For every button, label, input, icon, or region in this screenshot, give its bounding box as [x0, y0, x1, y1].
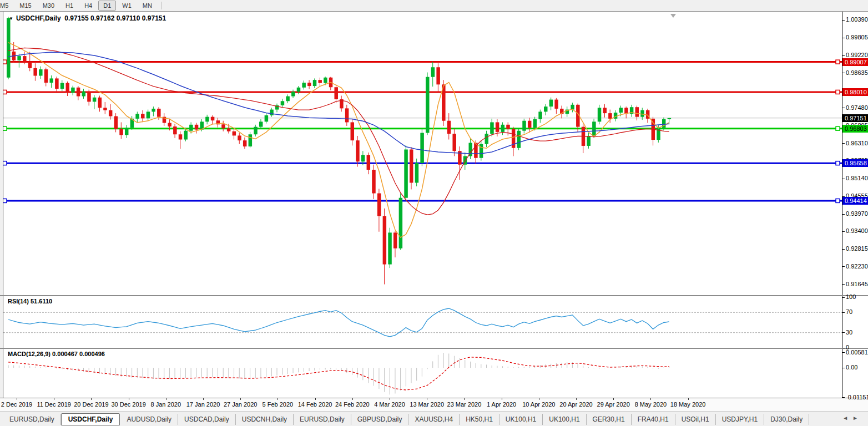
date-label: 5 Feb 2020 — [263, 401, 294, 408]
tab-xauusd-h4[interactable]: XAUUSD,H4 — [408, 414, 460, 425]
macd-chart[interactable] — [3, 349, 842, 398]
candle-body — [501, 125, 505, 132]
level-price-label: 0.99007 — [842, 58, 868, 66]
candle-body — [189, 125, 193, 131]
candle-body — [119, 129, 123, 135]
tab-scroll-arrows[interactable]: ◄► — [842, 415, 862, 421]
timeframe-button-D1[interactable]: D1 — [98, 1, 116, 11]
date-tick — [352, 398, 353, 400]
date-axis[interactable]: 2 Dec 201911 Dec 201920 Dec 201930 Dec 2… — [0, 398, 868, 412]
candle-body — [147, 111, 150, 118]
ma-mid-line — [8, 48, 669, 215]
rsi-panel[interactable]: RSI(14) 51.6110 — [3, 296, 842, 348]
axis-tick — [842, 249, 845, 250]
date-tick — [91, 398, 92, 400]
candle-body — [410, 149, 413, 182]
price-tick-label: 0.99220 — [846, 52, 868, 58]
line-handle-right[interactable] — [836, 60, 840, 64]
timeframe-button-H4[interactable]: H4 — [79, 1, 97, 11]
line-handle-left[interactable] — [3, 126, 7, 130]
macd-value-main: 0.000467 — [52, 351, 78, 357]
tab-eurusd-daily[interactable]: EURUSD,Daily — [294, 414, 351, 425]
macd-panel[interactable]: MACD(12,26,9) 0.000467 0.000496 — [3, 349, 842, 398]
candle-body — [528, 121, 532, 128]
date-tick — [539, 398, 539, 400]
symbol-dropdown-icon[interactable]: ▼ — [9, 16, 13, 21]
rsi-label: RSI(14) — [8, 298, 29, 305]
candle-body — [211, 117, 215, 121]
axis-tick — [842, 312, 845, 313]
candle-body — [640, 110, 644, 117]
tab-fra40-h1[interactable]: FRA40,H1 — [632, 414, 675, 425]
chart-shift-marker-icon[interactable] — [670, 14, 676, 18]
timeframe-button-MN[interactable]: MN — [138, 1, 157, 11]
candle-body — [17, 56, 21, 60]
chart-header: ▼USDCHF,Daily 0.97155 0.97162 0.97110 0.… — [9, 14, 166, 22]
price-chart-panel[interactable]: ▼USDCHF,Daily 0.97155 0.97162 0.97110 0.… — [3, 12, 842, 295]
date-label: 30 Dec 2019 — [111, 401, 145, 408]
price-tick-label: 0.92815 — [846, 245, 868, 252]
tab-dj30-daily[interactable]: DJ30,Daily — [764, 414, 809, 425]
tab-uk100-h1[interactable]: UK100,H1 — [499, 414, 543, 425]
tab-usdjpy-h1[interactable]: USDJPY,H1 — [716, 414, 764, 425]
tab-usoil-h1[interactable]: USOil,H1 — [675, 414, 716, 425]
axis-tick — [842, 20, 845, 21]
timeframe-button-M30[interactable]: M30 — [38, 1, 59, 11]
tab-usdchf-daily[interactable]: USDCHF,Daily — [61, 413, 120, 425]
rsi-axis[interactable]: 10070300 — [842, 296, 868, 348]
date-tick — [203, 398, 204, 400]
rsi-tick-label: 30 — [846, 329, 852, 336]
price-tick-label: 0.93400 — [846, 227, 868, 234]
candle-body — [533, 119, 537, 128]
date-label: 17 Jan 2020 — [186, 401, 220, 408]
tab-usdcnh-daily[interactable]: USDCNH,Daily — [236, 414, 294, 425]
line-handle-right[interactable] — [836, 90, 840, 94]
candlestick-chart[interactable] — [3, 12, 842, 295]
candle-body — [657, 128, 660, 140]
line-handle-left[interactable] — [3, 60, 7, 64]
line-handle-right[interactable] — [836, 199, 840, 202]
axis-tick — [842, 348, 845, 348]
date-tick — [650, 398, 651, 400]
candle-body — [420, 133, 424, 164]
macd-axis[interactable]: 0.0058180.00-0.011514 — [842, 349, 868, 398]
candle-body — [55, 78, 59, 89]
line-handle-right[interactable] — [836, 126, 840, 130]
rsi-chart[interactable] — [3, 296, 842, 348]
date-label: 11 Dec 2019 — [37, 401, 71, 408]
tab-audusd-daily[interactable]: AUDUSD,Daily — [120, 414, 178, 425]
date-tick — [166, 398, 166, 400]
candle-body — [496, 122, 499, 131]
candle-body — [141, 114, 145, 118]
line-handle-left[interactable] — [3, 161, 7, 165]
tab-scroll-right-icon[interactable]: ► — [852, 415, 862, 421]
candle-body — [7, 18, 11, 77]
price-tick-label: 0.93970 — [846, 210, 868, 217]
candle-body — [635, 107, 639, 116]
tab-ger30-h1[interactable]: GER30,H1 — [587, 414, 632, 425]
line-handle-left[interactable] — [3, 90, 7, 94]
tab-usdcad-daily[interactable]: USDCAD,Daily — [178, 414, 236, 425]
date-tick — [129, 398, 129, 400]
candle-body — [125, 128, 129, 135]
timeframe-button-H1[interactable]: H1 — [60, 1, 78, 11]
tab-uk100-h1[interactable]: UK100,H1 — [543, 414, 586, 425]
toolbar-separator — [161, 2, 162, 9]
tab-scroll-left-icon[interactable]: ◄ — [842, 415, 852, 421]
date-tick — [240, 398, 241, 400]
tab-eurusd-daily[interactable]: EURUSD,Daily — [3, 414, 61, 425]
line-handle-left[interactable] — [3, 199, 7, 202]
candle-body — [307, 83, 311, 86]
date-label: 24 Feb 2020 — [335, 401, 370, 408]
candle-body — [377, 194, 381, 216]
candle-body — [179, 134, 183, 139]
timeframe-button-M5[interactable]: M5 — [0, 1, 13, 11]
timeframe-button-W1[interactable]: W1 — [117, 1, 137, 11]
price-axis[interactable]: 1.003900.998050.992200.986350.974800.968… — [842, 12, 868, 295]
date-label: 29 Apr 2020 — [597, 401, 630, 408]
tab-hk50-h1[interactable]: HK50,H1 — [460, 414, 499, 425]
timeframe-button-M15[interactable]: M15 — [14, 1, 36, 11]
ohlc-close: 0.97151 — [142, 14, 166, 22]
tab-gbpusd-daily[interactable]: GBPUSD,Daily — [351, 414, 409, 425]
line-handle-right[interactable] — [836, 161, 840, 165]
